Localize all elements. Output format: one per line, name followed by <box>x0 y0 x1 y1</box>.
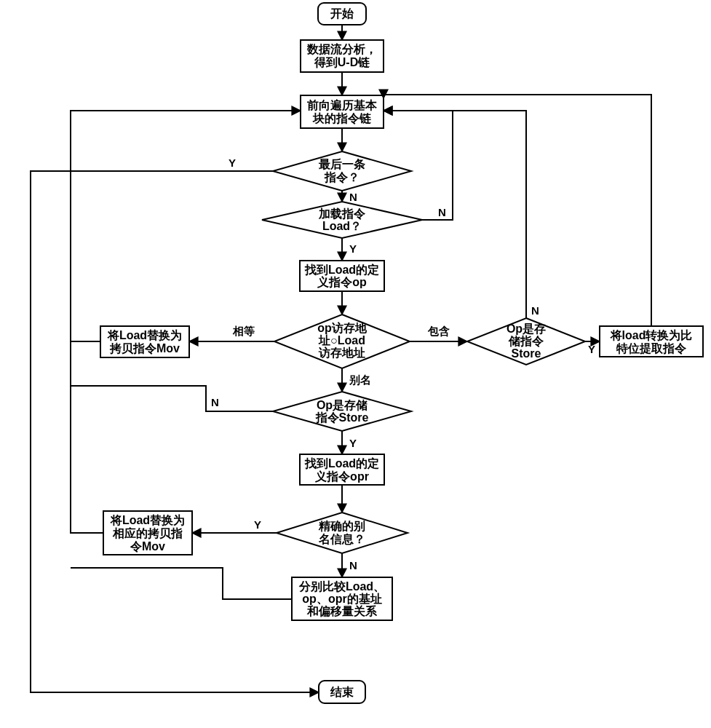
edge-compare-traverse <box>71 568 292 599</box>
node-addr-l2: 访存地址 <box>318 346 365 359</box>
node-alias-l1: 名信息？ <box>318 533 365 545</box>
node-store1-l0: Op是存储 <box>317 399 368 411</box>
edge-bitext-traverse <box>384 95 651 326</box>
edge-store2-traverse <box>384 111 526 318</box>
edge-addr-contain-label: 包含 <box>427 325 450 337</box>
node-addr-l0: op访存地 <box>317 321 368 334</box>
node-compare-l2: 和偏移量关系 <box>306 605 378 617</box>
node-findopr-l0: 找到Load的定 <box>304 457 379 470</box>
node-store2-l0: Op是存 <box>507 323 546 335</box>
flowchart: 开始 数据流分析， 得到U-D链 前向遍历基本 块的指令链 最后一条 指令？ 加… <box>0 0 711 728</box>
edge-store1-n-label: N <box>211 396 219 408</box>
node-findop-l1: 义指令op <box>317 276 367 288</box>
node-addr-l1: 址○Load <box>318 334 365 347</box>
edge-mov1-traverse <box>71 111 301 341</box>
edge-load-traverse <box>384 111 453 220</box>
node-start-text: 开始 <box>330 7 354 20</box>
node-compare-l0: 分别比较Load、 <box>298 580 385 593</box>
node-store1-l1: 指令Store <box>315 411 369 424</box>
node-load-l1: Load？ <box>322 220 362 232</box>
node-compare-l1: op、opr的基址 <box>302 593 381 605</box>
edge-mov2-traverse <box>71 341 103 533</box>
node-traverse-l0: 前向遍历基本 <box>306 98 378 111</box>
node-mov1-l1: 拷贝指令Mov <box>109 342 180 355</box>
edge-alias-y-label: Y <box>254 518 261 531</box>
node-store2-l1: 储指令 <box>508 335 544 347</box>
node-analyze-l1: 得到U-D链 <box>314 56 370 68</box>
node-last-l0: 最后一条 <box>318 158 365 170</box>
edge-load-y-label: Y <box>349 242 357 255</box>
node-mov2-l1: 相应的拷贝指 <box>112 526 183 539</box>
node-traverse-l1: 块的指令链 <box>312 112 372 124</box>
node-analyze-l0: 数据流分析， <box>306 42 377 55</box>
edge-alias-n-label: N <box>349 559 357 571</box>
node-end-text: 结束 <box>330 686 354 698</box>
node-last-l1: 指令？ <box>324 171 360 183</box>
node-alias-l0: 精确的别 <box>318 520 365 532</box>
node-load-l0: 加载指令 <box>318 207 366 220</box>
edge-addr-eq-label: 相等 <box>232 325 255 337</box>
edge-store2-n-label: N <box>531 304 539 317</box>
node-mov2-l2: 令Mov <box>130 540 165 553</box>
edge-store1-traverse <box>71 386 273 411</box>
node-findopr-l1: 义指令opr <box>314 470 369 483</box>
node-bitext-l1: 特位提取指令 <box>616 342 687 355</box>
edge-store2-y-label: Y <box>588 343 595 355</box>
edge-addr-alias-label: 别名 <box>349 373 371 386</box>
node-findop-l0: 找到Load的定 <box>304 264 379 276</box>
edge-store1-y-label: Y <box>349 437 357 449</box>
edge-last-end <box>31 171 319 692</box>
node-mov2-l0: 将Load替换为 <box>110 514 185 526</box>
edge-last-y-label: Y <box>229 157 236 169</box>
edge-last-n-label: N <box>349 191 357 203</box>
node-bitext-l0: 将load转换为比 <box>610 329 693 341</box>
node-mov1-l0: 将Load替换为 <box>107 329 182 341</box>
edge-load-n-label: N <box>438 206 446 218</box>
node-store2-l2: Store <box>512 347 541 360</box>
